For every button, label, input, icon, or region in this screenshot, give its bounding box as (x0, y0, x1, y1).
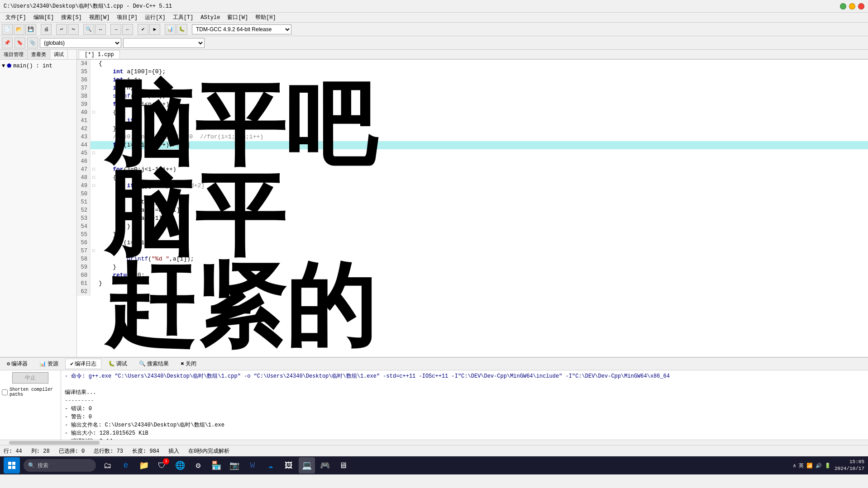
debug-button[interactable]: 🐛 (176, 24, 187, 35)
code-text-50[interactable]: { (97, 190, 130, 198)
unindent-button[interactable]: ← (122, 24, 133, 35)
taskbar-app-store[interactable]: 🏪 (208, 457, 224, 474)
open-button[interactable]: 📂 (14, 24, 24, 35)
bookmark-button[interactable]: 📌 (2, 38, 13, 48)
taskbar-app-browser[interactable]: e (118, 457, 134, 474)
code-text-52[interactable]: a[j]=a[j+1]; (97, 206, 183, 214)
save-button[interactable]: 💾 (25, 24, 36, 35)
code-text-56[interactable]: for(i=0;i<n;i++) (97, 239, 169, 247)
code-text-51[interactable]: t=a[j]; (97, 198, 166, 206)
bottom-tab-close[interactable]: ✖ 关闭 (176, 359, 201, 369)
lang-indicator[interactable]: 英 (799, 462, 804, 469)
taskbar-search[interactable]: 🔍 搜索 (24, 459, 96, 472)
code-text-48[interactable]: { (97, 174, 116, 182)
menu-run[interactable]: 运行[X] (141, 13, 169, 22)
bottom-tab-debug[interactable]: 🐛 调试 (103, 359, 132, 369)
code-text-61[interactable]: } (97, 280, 102, 288)
taskbar-app-devcpp[interactable]: 💻 (299, 457, 315, 474)
indent-button[interactable]: → (110, 24, 121, 35)
sidebar-tab-debug[interactable]: 调试 (50, 50, 68, 59)
fold-45[interactable]: □ (91, 149, 97, 157)
code-text-36[interactable]: int i,j; (97, 76, 141, 84)
bottom-tab-search[interactable]: 🔍 搜索结果 (134, 359, 174, 369)
compiler-select[interactable]: TDM-GCC 4.9.2 64-bit Release (192, 24, 291, 34)
code-text-55[interactable]: } (97, 231, 116, 239)
code-text-44[interactable]: for(i=1;i<n;i++) //[i] (97, 141, 191, 149)
time-display[interactable]: 15:05 2024/10/17 (835, 459, 864, 473)
tree-item-main[interactable]: ▼ ⬟ main() : int (2, 62, 75, 70)
code-text-42[interactable]: } (97, 125, 116, 133)
find-button[interactable]: 🔍 (83, 24, 94, 35)
print-button[interactable]: 🖨 (41, 24, 52, 35)
code-text-47[interactable]: for(j=0;j<i-1;j++) (97, 166, 176, 174)
editor-tab-1cpp[interactable]: [*] 1.cpp (79, 50, 120, 59)
fold-48[interactable]: □ (91, 174, 97, 182)
menu-project[interactable]: 项目[P] (113, 13, 141, 22)
chart-button[interactable]: 📊 (165, 24, 176, 35)
fold-49[interactable]: □ (91, 182, 97, 190)
fold-57[interactable]: □ (91, 247, 97, 255)
menu-tools[interactable]: 工具[T] (169, 13, 197, 22)
abort-button[interactable]: 中止 (12, 372, 48, 384)
code-text-43[interactable]: //i=0;i<n // -1次 //i=0 //for(i=1;i<n;i++… (97, 133, 263, 141)
run-button[interactable]: ▶ (149, 24, 160, 35)
taskbar-app-settings[interactable]: ⚙ (190, 457, 206, 474)
new-button[interactable]: 📄 (2, 24, 13, 35)
tray-expand-icon[interactable]: ∧ (793, 463, 796, 469)
menu-view[interactable]: 视图[W] (86, 13, 114, 22)
bottom-tab-compile-log[interactable]: ✔ 编译日志 (65, 359, 101, 369)
replace-button[interactable]: ↔ (95, 24, 106, 35)
code-text-58[interactable]: printf("%d ",a[i]); (97, 255, 194, 263)
code-text-60[interactable]: return 0; (97, 271, 144, 280)
menu-window[interactable]: 窗口[W] (224, 13, 252, 22)
bookmark2-button[interactable]: 🔖 (14, 38, 25, 48)
start-button[interactable] (4, 457, 20, 474)
minimize-button[interactable] (840, 3, 846, 9)
close-button[interactable] (858, 3, 864, 9)
taskbar-app-photos[interactable]: 🖼 (281, 457, 297, 474)
taskbar-app-onedrive[interactable]: ☁ (262, 457, 279, 474)
bottom-tab-compiler[interactable]: ⚙ 编译器 (2, 359, 33, 369)
globals-dropdown[interactable]: (globals) (40, 38, 121, 48)
taskbar-app-word[interactable]: W (244, 457, 261, 474)
undo-button[interactable]: ↩ (56, 24, 67, 35)
code-text-40[interactable]: { (97, 109, 116, 117)
code-text-34[interactable]: { (97, 60, 102, 68)
taskbar-app-shield[interactable]: 🛡 1 (154, 457, 170, 474)
taskbar-app-game[interactable]: 🎮 (317, 457, 333, 474)
redo-button[interactable]: ↪ (68, 24, 79, 35)
code-text-37[interactable]: int n,t; (97, 84, 141, 92)
code-text-53[interactable]: a[j+1]=j; (97, 214, 173, 223)
menu-file[interactable]: 文件[F] (2, 13, 30, 22)
code-text-41[interactable]: if( (97, 117, 138, 125)
taskbar-app-terminal[interactable]: 🖥 (335, 457, 351, 474)
code-text-35[interactable]: int a[100]={0}; (97, 68, 166, 76)
horizontal-scrollbar[interactable] (0, 440, 868, 445)
compile-button[interactable]: ✔ (138, 24, 148, 35)
taskbar-app-edge[interactable]: 🌐 (172, 457, 188, 474)
fold-40[interactable]: □ (91, 109, 97, 117)
code-text-39[interactable]: for(i=1;i<n;i++) (97, 100, 169, 109)
fold-47[interactable]: □ (91, 166, 97, 174)
maximize-button[interactable] (849, 3, 855, 9)
bookmark3-button[interactable]: 📎 (27, 38, 38, 48)
code-container[interactable]: 脑平吧 脑平 赶紧的 34 { 35 int a[100]={0}; (77, 60, 868, 357)
code-text-57[interactable]: { (97, 247, 116, 255)
func-dropdown[interactable] (123, 38, 205, 48)
shorten-paths-checkbox[interactable] (2, 389, 8, 395)
menu-help[interactable]: 帮助[H] (252, 13, 280, 22)
menu-search[interactable]: 搜索[S] (57, 13, 86, 22)
menu-edit[interactable]: 编辑[E] (30, 13, 58, 22)
menu-astyle[interactable]: AStyle (197, 14, 224, 22)
sidebar-tab-classes[interactable]: 查看类 (28, 50, 50, 59)
taskbar-app-camera[interactable]: 📷 (226, 457, 243, 474)
code-text-54[interactable]: } (97, 223, 130, 231)
taskbar-app-explorer[interactable]: 🗂 (100, 457, 116, 474)
speaker-icon[interactable]: 🔊 (816, 463, 822, 469)
scrollbar-thumb[interactable] (9, 441, 100, 445)
code-text-59[interactable]: } (97, 263, 116, 271)
sidebar-tab-project[interactable]: 项目管理 (0, 50, 28, 59)
bottom-tab-resources[interactable]: 📊 资源 (34, 359, 63, 369)
taskbar-app-filemanager[interactable]: 📁 (136, 457, 152, 474)
code-text-49[interactable]: if(a[j]> //j+1=n d+2] (97, 182, 205, 190)
